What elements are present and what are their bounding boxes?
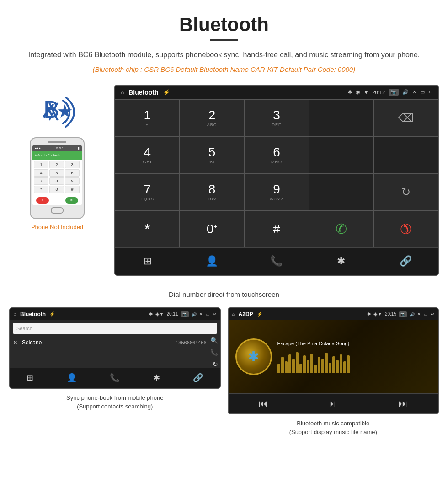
pb-vol-icon: 🔊 <box>192 312 197 317</box>
main-content-section: ✗★ B ●●● MYR ▮ <box>0 80 448 285</box>
pb-usb-icon: ⚡ <box>49 311 55 317</box>
pb-close-icon[interactable]: ✕ <box>199 312 203 317</box>
back-icon[interactable]: ↩ <box>428 89 432 95</box>
dial-key-hash[interactable]: # <box>245 211 309 247</box>
phone-not-included-label: Phone Not Included <box>31 224 83 231</box>
phone-speaker <box>48 141 66 143</box>
header-description: Integrated with BC6 Bluetooth module, su… <box>9 49 439 61</box>
dial-key-3[interactable]: 3 DEF <box>245 100 309 136</box>
music-status-bar: ⌂ A2DP ⚡ ✱ ◉▼ 20:15 📷 🔊 ✕ ▭ ↩ <box>229 308 438 320</box>
phone-key-4: 4 <box>34 169 48 177</box>
sync-contact-icon[interactable]: ↻ <box>213 360 218 368</box>
pb-nav-apps[interactable]: ⊞ <box>27 373 33 383</box>
dial-key-2[interactable]: 2 ABC <box>180 100 244 136</box>
pb-back-icon[interactable]: ↩ <box>213 312 216 317</box>
dial-key-4[interactable]: 4 GHI <box>115 137 179 173</box>
close-btn-icon[interactable]: ✕ <box>412 89 416 95</box>
music-bar-10 <box>314 365 317 373</box>
prev-track-button[interactable]: ⏮ <box>259 398 268 409</box>
music-camera-icon[interactable]: 📷 <box>399 311 407 317</box>
pb-nav-phone[interactable]: 📞 <box>110 373 120 383</box>
nav-phone-icon[interactable]: 📞 <box>267 252 286 270</box>
contact-row[interactable]: S Seicane 13566664466 <box>10 337 210 349</box>
music-home-icon[interactable]: ⌂ <box>232 311 235 317</box>
dial-key-star[interactable]: * <box>115 211 179 247</box>
pb-win-icon: ▭ <box>206 312 210 317</box>
header-section: Bluetooth Integrated with BC6 Bluetooth … <box>0 0 448 80</box>
music-bar-0 <box>277 364 280 373</box>
signal-icon: ▼ <box>364 90 369 95</box>
phone-time: MYR <box>56 146 63 150</box>
music-bar-19 <box>347 355 350 373</box>
play-pause-button[interactable]: ⏯ <box>329 398 338 409</box>
pb-nav-link[interactable]: 🔗 <box>193 373 203 383</box>
camera-icon[interactable]: 📷 <box>389 89 399 96</box>
phonebook-caption-line2: (Support contacts searching) <box>77 403 153 410</box>
next-track-button[interactable]: ⏭ <box>399 398 408 409</box>
dial-call-button[interactable]: ✆ <box>309 211 373 247</box>
search-placeholder-text: Search <box>16 326 32 331</box>
bottom-screens-section: ⌂ Bluetooth ⚡ ✱ ◉▼ 20:11 📷 🔊 ✕ ▭ ↩ Searc… <box>0 307 448 453</box>
music-bar-3 <box>288 354 291 373</box>
music-bar-14 <box>329 363 331 373</box>
music-close-icon[interactable]: ✕ <box>417 312 421 317</box>
phonebook-search-bar[interactable]: Search <box>13 323 217 334</box>
dial-key-8[interactable]: 8 TUV <box>180 174 244 210</box>
bluetooth-signal-graphic: ✗★ B <box>37 94 78 130</box>
dial-refresh[interactable]: ↻ <box>374 174 438 210</box>
dial-empty-2 <box>309 137 373 173</box>
music-bar-6 <box>299 364 302 373</box>
title-divider <box>210 39 238 41</box>
music-info-area: Escape (The Pina Colada Song) <box>277 341 432 373</box>
phone-hangup-btn[interactable]: ✕ <box>36 197 49 204</box>
music-bt-icon: ✱ <box>367 311 371 317</box>
dial-key-7[interactable]: 7 PQRS <box>115 174 179 210</box>
time-display: 20:12 <box>372 90 385 95</box>
music-bar-18 <box>343 361 346 373</box>
pb-home-icon[interactable]: ⌂ <box>14 311 16 317</box>
page-title: Bluetooth <box>9 14 439 36</box>
pb-camera-icon[interactable]: 📷 <box>181 311 189 317</box>
screen-title: Bluetooth <box>128 89 158 96</box>
nav-contacts-icon[interactable]: 👤 <box>203 252 221 270</box>
music-content-area: ✱ Escape (The Pina Colada Song) <box>229 320 438 393</box>
status-bar-right: ✱ ◉ ▼ 20:12 📷 🔊 ✕ ▭ ↩ <box>348 89 432 96</box>
pb-nav-contacts[interactable]: 👤 <box>67 373 77 383</box>
music-bar-5 <box>296 352 299 373</box>
dial-key-6[interactable]: 6 MNO <box>245 137 309 173</box>
music-card: ⌂ A2DP ⚡ ✱ ◉▼ 20:15 📷 🔊 ✕ ▭ ↩ ✱ <box>228 307 439 439</box>
dial-empty-4 <box>309 174 373 210</box>
pb-bt-icon: ✱ <box>149 311 153 317</box>
phone-carrier: ●●● <box>35 146 41 150</box>
dial-key-1[interactable]: 1 ⌐ <box>115 100 179 136</box>
phone-add-contacts-bar: + Add to Contacts <box>32 151 82 160</box>
nav-apps-icon[interactable]: ⊞ <box>139 252 157 270</box>
dial-backspace[interactable]: ⌫ <box>374 100 438 136</box>
phone-key-3: 3 <box>65 161 80 168</box>
dial-key-5[interactable]: 5 JKL <box>180 137 244 173</box>
dial-key-0[interactable]: 0+ <box>180 211 244 247</box>
contact-letter: S <box>14 340 19 345</box>
dial-hangup-button[interactable]: ✆ <box>374 211 438 247</box>
search-contact-icon[interactable]: 🔍 <box>210 337 218 344</box>
dial-key-9[interactable]: 9 WXYZ <box>245 174 309 210</box>
phone-home-button <box>51 207 64 214</box>
phone-key-5: 5 <box>49 169 64 177</box>
nav-bluetooth-icon[interactable]: ✱ <box>332 252 350 270</box>
pb-nav-bluetooth[interactable]: ✱ <box>153 373 160 383</box>
volume-icon[interactable]: 🔊 <box>402 89 409 95</box>
call-contact-icon[interactable]: 📞 <box>210 349 218 356</box>
nav-link-icon[interactable]: 🔗 <box>396 252 415 270</box>
music-bar-9 <box>310 354 313 373</box>
music-back-icon[interactable]: ↩ <box>431 312 434 317</box>
music-usb-icon: ⚡ <box>257 311 262 317</box>
phone-key-hash: # <box>65 186 80 193</box>
bluetooth-symbol-icon: ✗★ <box>41 101 73 122</box>
song-title: Escape (The Pina Colada Song) <box>277 341 432 346</box>
phone-call-buttons: ✕ ✆ <box>32 195 82 205</box>
home-icon[interactable]: ⌂ <box>121 89 124 96</box>
window-icon[interactable]: ▭ <box>420 89 425 95</box>
music-bar-7 <box>303 355 306 373</box>
phone-call-btn[interactable]: ✆ <box>65 197 78 204</box>
phone-key-6: 6 <box>65 169 80 177</box>
